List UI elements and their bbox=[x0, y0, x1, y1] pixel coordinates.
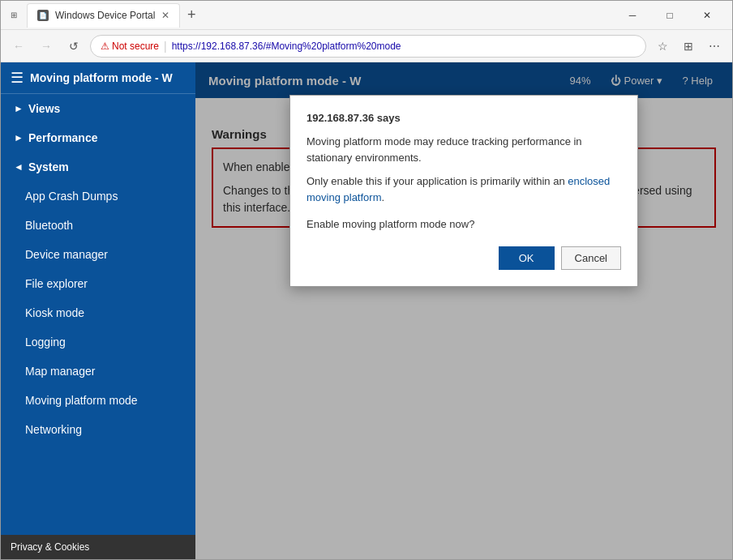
title-bar: ⊞ 📄 Windows Device Portal ✕ + ─ □ ✕ bbox=[1, 1, 732, 30]
dialog-buttons: OK Cancel bbox=[306, 246, 621, 270]
privacy-cookies-link[interactable]: Privacy & Cookies bbox=[11, 541, 89, 553]
dialog-ok-button[interactable]: OK bbox=[499, 246, 555, 270]
sidebar-item-map-manager[interactable]: Map manager bbox=[1, 357, 195, 386]
views-arrow: ► bbox=[14, 103, 24, 114]
bluetooth-label: Bluetooth bbox=[25, 219, 73, 232]
sidebar-item-performance[interactable]: ► Performance bbox=[1, 123, 195, 152]
performance-arrow: ► bbox=[14, 132, 24, 143]
active-tab[interactable]: 📄 Windows Device Portal ✕ bbox=[27, 3, 180, 28]
sidebar-app-title: Moving platform mode - W bbox=[30, 71, 173, 84]
sidebar-footer[interactable]: Privacy & Cookies bbox=[1, 535, 195, 559]
sidebar-item-kiosk-mode[interactable]: Kiosk mode bbox=[1, 298, 195, 327]
dialog-body: Moving platform mode may reduce tracking… bbox=[306, 134, 621, 205]
tab-bar: 📄 Windows Device Portal ✕ + bbox=[27, 3, 607, 28]
sidebar: ☰ Moving platform mode - W ► Views ► Per… bbox=[1, 62, 195, 559]
tab-close-btn[interactable]: ✕ bbox=[161, 10, 169, 21]
networking-label: Networking bbox=[25, 423, 82, 436]
system-arrow: ◄ bbox=[14, 161, 24, 173]
sidebar-item-views[interactable]: ► Views bbox=[1, 94, 195, 123]
moving-platform-mode-label: Moving platform mode bbox=[25, 394, 138, 407]
hamburger-menu[interactable]: ☰ bbox=[11, 69, 24, 87]
enclosed-platform-link[interactable]: enclosed moving platform bbox=[306, 175, 610, 203]
sidebar-item-moving-platform-mode[interactable]: Moving platform mode bbox=[1, 386, 195, 415]
window-buttons: ─ □ ✕ bbox=[614, 3, 726, 28]
sidebar-item-networking[interactable]: Networking bbox=[1, 415, 195, 444]
warning-icon: ⚠ bbox=[101, 41, 109, 52]
dialog-cancel-button[interactable]: Cancel bbox=[561, 246, 621, 270]
more-button[interactable]: ⋯ bbox=[703, 35, 726, 58]
collections-button[interactable]: ⊞ bbox=[677, 35, 700, 58]
sidebar-system-label: System bbox=[28, 160, 69, 173]
dialog-message-2: Only enable this if your application is … bbox=[306, 173, 621, 205]
url-bar[interactable]: ⚠ Not secure | https://192.168.87.36/#Mo… bbox=[90, 35, 646, 58]
back-button[interactable]: ← bbox=[7, 35, 30, 58]
window-controls: ─ □ ✕ bbox=[614, 3, 726, 28]
close-button[interactable]: ✕ bbox=[688, 3, 726, 28]
not-secure-indicator: ⚠ Not secure bbox=[101, 41, 159, 52]
tab-title: Windows Device Portal bbox=[55, 10, 155, 21]
maximize-button[interactable]: □ bbox=[651, 3, 688, 28]
sidebar-toggle-btn[interactable]: ⊞ bbox=[7, 9, 20, 22]
sidebar-performance-label: Performance bbox=[28, 131, 98, 144]
logging-label: Logging bbox=[25, 336, 66, 348]
browser-actions: ☆ ⊞ ⋯ bbox=[651, 35, 726, 58]
sidebar-item-app-crash-dumps[interactable]: App Crash Dumps bbox=[1, 182, 195, 211]
app-crash-dumps-label: App Crash Dumps bbox=[25, 190, 118, 203]
sidebar-views-label: Views bbox=[28, 102, 60, 115]
browser-content: ☰ Moving platform mode - W ► Views ► Per… bbox=[1, 62, 732, 559]
map-manager-label: Map manager bbox=[25, 365, 95, 378]
browser-window: ⊞ 📄 Windows Device Portal ✕ + ─ □ ✕ ← → … bbox=[0, 0, 733, 560]
dialog-message-1: Moving platform mode may reduce tracking… bbox=[306, 134, 621, 165]
refresh-button[interactable]: ↺ bbox=[62, 35, 85, 58]
url-text: https://192.168.87.36/#Moving%20platform… bbox=[172, 41, 401, 52]
tab-favicon: 📄 bbox=[37, 10, 49, 21]
dialog-origin: 192.168.87.36 says bbox=[306, 112, 621, 124]
main-area: Moving platform mode - W 94% ⏻ Power ▾ ?… bbox=[195, 62, 732, 559]
file-explorer-label: File explorer bbox=[25, 277, 88, 290]
not-secure-label: Not secure bbox=[112, 41, 159, 52]
sidebar-item-device-manager[interactable]: Device manager bbox=[1, 240, 195, 269]
device-manager-label: Device manager bbox=[25, 248, 108, 261]
dialog-overlay: 192.168.87.36 says Moving platform mode … bbox=[195, 62, 732, 559]
url-separator: | bbox=[164, 40, 167, 53]
forward-button[interactable]: → bbox=[35, 35, 58, 58]
dialog-box: 192.168.87.36 says Moving platform mode … bbox=[289, 95, 638, 287]
sidebar-nav: ► Views ► Performance ◄ System App Crash… bbox=[1, 94, 195, 444]
kiosk-mode-label: Kiosk mode bbox=[25, 306, 84, 319]
favorites-button[interactable]: ☆ bbox=[651, 35, 674, 58]
sidebar-item-file-explorer[interactable]: File explorer bbox=[1, 269, 195, 298]
sidebar-item-logging[interactable]: Logging bbox=[1, 327, 195, 357]
address-bar: ← → ↺ ⚠ Not secure | https://192.168.87.… bbox=[1, 30, 732, 62]
sidebar-header: ☰ Moving platform mode - W bbox=[1, 62, 195, 94]
sidebar-item-bluetooth[interactable]: Bluetooth bbox=[1, 211, 195, 240]
minimize-button[interactable]: ─ bbox=[614, 3, 651, 28]
sidebar-item-system[interactable]: ◄ System bbox=[1, 152, 195, 182]
new-tab-button[interactable]: + bbox=[180, 4, 203, 27]
dialog-question: Enable moving platform mode now? bbox=[306, 218, 621, 230]
